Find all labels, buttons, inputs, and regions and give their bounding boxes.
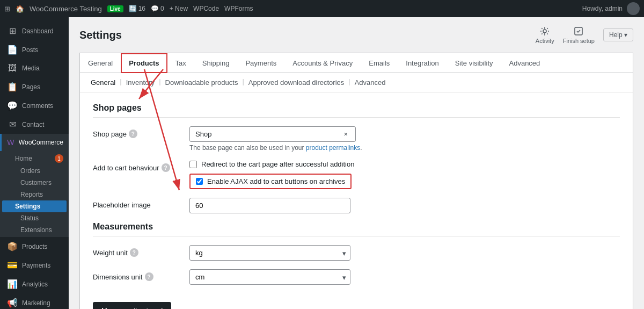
sidebar-item-woocommerce[interactable]: W WooCommerce	[0, 134, 69, 151]
comments-badge: 💬 0	[151, 5, 164, 12]
wpforms-link[interactable]: WPForms	[224, 5, 253, 12]
site-icon: 🏠	[16, 5, 24, 13]
redirect-checkbox-row: Redirect to the cart page after successf…	[189, 160, 620, 168]
finish-setup-label: Finish setup	[563, 38, 595, 44]
contact-icon: ✉	[7, 119, 18, 130]
sidebar-sub-orders[interactable]: Orders	[0, 165, 69, 177]
shop-page-description: The base page can also be used in your p…	[189, 144, 620, 152]
howdy-text: Howdy, admin	[582, 5, 623, 12]
ajax-checkbox-highlighted: Enable AJAX add to cart buttons on archi…	[189, 174, 352, 189]
sidebar-item-comments[interactable]: 💬 Comments	[0, 96, 69, 115]
ajax-label: Enable AJAX add to cart buttons on archi…	[207, 177, 345, 185]
help-button[interactable]: Help ▾	[603, 28, 633, 41]
add-to-cart-field-row: Add to cart behaviour ? Redirect to the …	[93, 160, 620, 189]
page-title: Settings	[79, 29, 122, 41]
dimensions-unit-label: Dimensions unit ?	[93, 269, 189, 281]
shop-page-select[interactable]: Shop ×	[189, 126, 356, 142]
sidebar-sub-status[interactable]: Status	[0, 212, 69, 224]
sidebar: ⊞ Dashboard 📄 Posts 🖼 Media 📋 Pages 💬 Co…	[0, 17, 69, 309]
comments-icon: 💬	[151, 5, 159, 12]
sub-tabs: General | Inventory | Downloadable produ…	[80, 73, 633, 92]
sidebar-item-contact[interactable]: ✉ Contact	[0, 115, 69, 134]
subtab-approved-dirs[interactable]: Approved download directories	[246, 77, 347, 88]
finish-setup-button[interactable]: Finish setup	[563, 26, 595, 44]
activity-label: Activity	[536, 38, 554, 44]
activity-button[interactable]: Activity	[536, 26, 554, 44]
tab-site-visibility[interactable]: Site visibility	[447, 53, 501, 73]
shop-page-help-icon[interactable]: ?	[129, 130, 137, 138]
media-icon: 🖼	[7, 63, 18, 73]
add-to-cart-label: Add to cart behaviour ?	[93, 160, 189, 172]
site-name[interactable]: WooCommerce Testing	[30, 5, 102, 13]
new-button[interactable]: + New	[170, 5, 188, 12]
redirect-label: Redirect to the cart page after successf…	[201, 160, 354, 168]
finish-setup-icon	[573, 26, 584, 37]
sidebar-item-marketing[interactable]: 📢 Marketing	[0, 293, 69, 309]
shop-page-clear[interactable]: ×	[343, 130, 348, 138]
sidebar-item-dashboard[interactable]: ⊞ Dashboard	[0, 21, 69, 40]
placeholder-image-control	[189, 198, 620, 213]
settings-tabs: General Products Tax Shipping Payments A…	[80, 53, 633, 73]
add-to-cart-control: Redirect to the cart page after successf…	[189, 160, 620, 189]
marketing-icon: 📢	[7, 298, 18, 308]
tab-emails[interactable]: Emails	[361, 53, 398, 73]
sidebar-sub-reports[interactable]: Reports	[0, 189, 69, 200]
svg-point-0	[543, 30, 546, 33]
tab-advanced[interactable]: Advanced	[501, 53, 548, 73]
product-permalinks-link[interactable]: product permalinks	[306, 144, 360, 152]
settings-body: Shop pages Shop page ? Shop × The base p…	[80, 92, 633, 309]
message-dismissed-button[interactable]: Message dismissed	[93, 302, 171, 309]
sidebar-item-analytics[interactable]: 📊 Analytics	[0, 275, 69, 293]
payments-icon: 💳	[7, 260, 18, 270]
sidebar-item-posts[interactable]: 📄 Posts	[0, 40, 69, 59]
redirect-checkbox[interactable]	[189, 161, 197, 168]
dimensions-unit-help-icon[interactable]: ?	[145, 272, 153, 281]
subtab-general[interactable]: General	[89, 77, 118, 88]
placeholder-image-field-row: Placeholder image	[93, 198, 620, 213]
shop-page-field-row: Shop page ? Shop × The base page can als…	[93, 126, 620, 152]
comments-icon: 💬	[7, 100, 18, 111]
dimensions-unit-select[interactable]: cm m mm in yd	[189, 269, 350, 285]
shop-page-value: Shop	[195, 130, 211, 138]
wpcode-link[interactable]: WPCode	[193, 5, 219, 12]
wp-logo-icon: ⊞	[4, 5, 10, 13]
subtab-advanced[interactable]: Advanced	[353, 77, 388, 88]
subtab-downloadable[interactable]: Downloadable products	[163, 77, 240, 88]
tab-tax[interactable]: Tax	[167, 53, 194, 73]
ajax-checkbox[interactable]	[196, 178, 203, 185]
weight-unit-control: kg g lbs oz ▾	[189, 245, 620, 261]
sidebar-item-media[interactable]: 🖼 Media	[0, 59, 69, 77]
sidebar-sub-settings[interactable]: Settings	[2, 200, 67, 212]
sidebar-item-products[interactable]: 📦 Products	[0, 237, 69, 256]
placeholder-image-label: Placeholder image	[93, 198, 189, 209]
sidebar-sub-extensions[interactable]: Extensions	[0, 224, 69, 236]
subtab-inventory[interactable]: Inventory	[124, 77, 157, 88]
weight-unit-label: Weight unit ?	[93, 245, 189, 257]
weight-unit-field-row: Weight unit ? kg g lbs oz ▾	[93, 245, 620, 261]
dimensions-unit-field-row: Dimensions unit ? cm m mm in yd	[93, 269, 620, 285]
live-badge: Live	[107, 5, 123, 12]
tab-general[interactable]: General	[80, 53, 121, 73]
sidebar-sub-customers[interactable]: Customers	[0, 177, 69, 189]
tab-shipping[interactable]: Shipping	[194, 53, 238, 73]
sidebar-sub-home[interactable]: Home 1	[0, 152, 69, 165]
avatar	[627, 2, 640, 15]
products-icon: 📦	[7, 241, 18, 251]
woocommerce-icon: W	[7, 138, 14, 147]
main-content: Settings Activity Finish setup He	[69, 17, 644, 309]
weight-unit-help-icon[interactable]: ?	[130, 248, 138, 257]
tab-payments[interactable]: Payments	[237, 53, 284, 73]
updates-badge: 🔄 16	[129, 5, 145, 12]
measurements-section-title: Measurements	[93, 222, 620, 236]
tab-products[interactable]: Products	[121, 53, 167, 73]
add-to-cart-help-icon[interactable]: ?	[162, 163, 170, 172]
sidebar-item-payments[interactable]: 💳 Payments	[0, 256, 69, 275]
tab-integration[interactable]: Integration	[398, 53, 447, 73]
page-header: Settings Activity Finish setup He	[79, 26, 633, 44]
tab-accounts-privacy[interactable]: Accounts & Privacy	[284, 53, 361, 73]
sidebar-item-pages[interactable]: 📋 Pages	[0, 77, 69, 96]
weight-unit-select[interactable]: kg g lbs oz	[189, 245, 350, 261]
header-actions: Activity Finish setup Help ▾	[536, 26, 633, 44]
placeholder-image-input[interactable]	[189, 198, 350, 213]
shop-pages-section-title: Shop pages	[93, 103, 620, 118]
